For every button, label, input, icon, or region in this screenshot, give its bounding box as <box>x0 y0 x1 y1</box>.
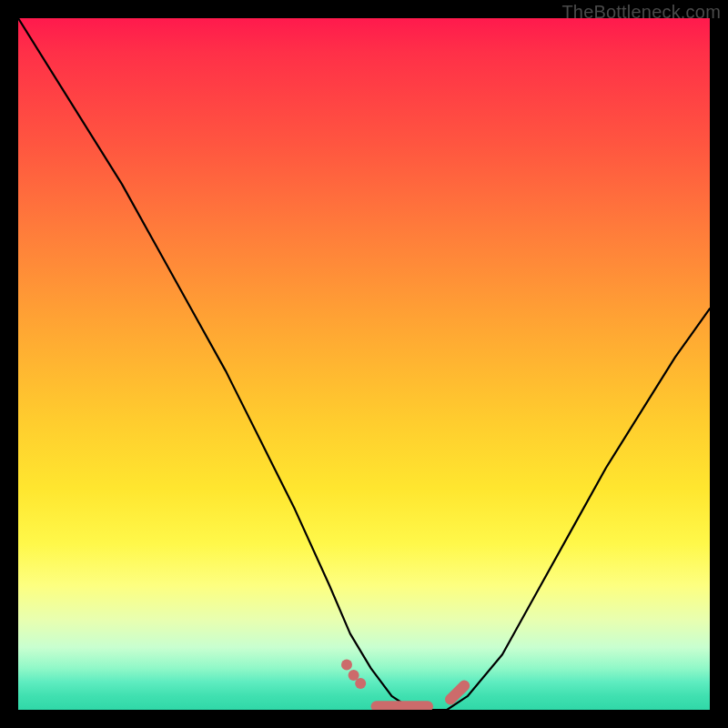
curve-markers <box>341 660 464 710</box>
watermark-text: TheBottleneck.com <box>561 2 721 23</box>
marker-dot <box>341 660 352 671</box>
chart-frame: TheBottleneck.com <box>0 0 728 728</box>
marker-trough-bar <box>371 701 433 710</box>
plot-area <box>18 18 710 710</box>
bottleneck-curve-path <box>18 18 710 710</box>
marker-right-bar <box>450 685 464 699</box>
marker-dot <box>355 678 366 689</box>
curve-svg <box>18 18 710 710</box>
